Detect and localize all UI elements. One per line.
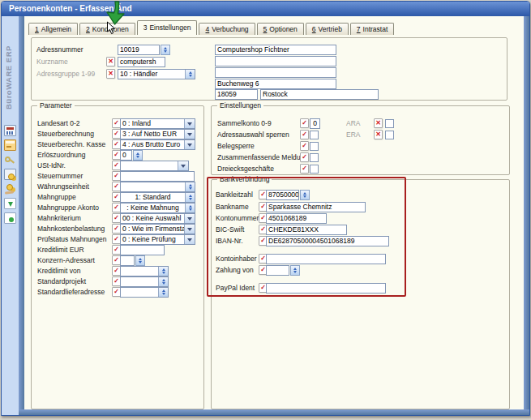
einstellungen-checkbox[interactable] <box>385 131 394 139</box>
spinner-button[interactable] <box>161 45 170 55</box>
dropdown-button[interactable] <box>184 225 195 234</box>
parameter-input[interactable] <box>120 266 169 276</box>
key-icon[interactable] <box>4 154 16 165</box>
tab-einstellungen[interactable]: 3Einstellungen <box>137 20 198 35</box>
einstellungen-input[interactable]: 0 <box>310 118 320 129</box>
field-value <box>121 246 164 255</box>
address-label: Kurzname <box>36 57 68 67</box>
parameter-input[interactable] <box>120 182 195 192</box>
clear-icon[interactable]: ✕ <box>374 118 383 128</box>
calculator-icon[interactable] <box>4 125 16 136</box>
spinner-button[interactable] <box>185 204 195 212</box>
spin-up-icon <box>162 288 165 292</box>
spinner-button[interactable] <box>185 193 195 202</box>
window-titlebar[interactable]: Personenkonten - Erfassen/Änd <box>2 2 529 16</box>
edit-check-icon[interactable]: ✓ <box>300 118 309 128</box>
address-input[interactable]: 10 : Händler <box>118 69 195 79</box>
parameter-input[interactable] <box>120 171 195 182</box>
tab-vertrieb[interactable]: 6Vertrieb <box>306 23 349 35</box>
parameter-input[interactable] <box>120 276 169 287</box>
field-value <box>121 172 194 181</box>
einstellungen-checkbox[interactable] <box>310 153 319 162</box>
tab-intrastat[interactable]: 7Intrastat <box>350 23 394 35</box>
parameter-dropdown[interactable]: 0 : Wie im Firmenstamm eing <box>120 224 195 234</box>
address-input[interactable]: computersh <box>118 57 165 67</box>
screen: Personenkonten - Erfassen/Änd BüroWARE E… <box>0 0 531 420</box>
dropdown-button[interactable] <box>184 119 195 128</box>
spin-up-icon <box>162 267 165 271</box>
name1-field[interactable]: Computershop Fichtner <box>215 45 336 55</box>
spinner-button[interactable] <box>158 288 168 297</box>
parameter-group-title: Parameter <box>37 101 75 110</box>
field-value: 0 : Inland <box>121 119 184 128</box>
zip-field[interactable]: 18059 <box>215 89 258 100</box>
clear-icon[interactable]: ✕ <box>374 130 383 139</box>
parameter-dropdown[interactable]: 0 : Keine Prüfung <box>120 234 195 245</box>
field-value: 10 : Händler <box>118 70 185 79</box>
parameter-label: Mahnkriterium <box>37 213 81 224</box>
spinner-button[interactable] <box>185 182 195 191</box>
cash-register-icon[interactable] <box>4 169 16 180</box>
clear-icon[interactable]: ✕ <box>106 69 115 79</box>
parameter-label: Mahnkostenbelastung <box>37 224 105 234</box>
edit-check-icon[interactable]: ✓ <box>300 152 309 162</box>
dropdown-button[interactable] <box>184 214 195 223</box>
parameter-dropdown[interactable]: 00 : Keine Auswahl <box>120 213 195 224</box>
parameter-input[interactable] <box>120 287 169 298</box>
tab-allgemein[interactable]: 1Allgemein <box>28 23 78 35</box>
edit-check-icon[interactable]: ✓ <box>300 141 309 151</box>
spin-up-icon <box>162 277 165 281</box>
parameter-dropdown[interactable]: 3 : Auf Netto EUR <box>120 129 195 139</box>
einstellungen-group: Einstellungen Sammelkonto 0-9✓0Adressaus… <box>211 105 510 175</box>
parameter-dropdown[interactable]: 4 : Aus Brutto Euro <box>120 139 195 150</box>
dropdown-button[interactable] <box>184 130 195 139</box>
parameter-input[interactable]: 0 <box>120 150 132 161</box>
spinner-button[interactable] <box>158 267 168 276</box>
parameter-input[interactable] <box>120 245 165 255</box>
parameter-label: Konzern-Adressart <box>37 255 95 266</box>
page-export-icon[interactable] <box>4 198 16 209</box>
page-new-icon[interactable] <box>4 212 16 224</box>
parameter-label: Steuerberechn. Kasse <box>37 139 105 150</box>
form-editor-icon[interactable] <box>4 139 16 151</box>
edit-check-icon[interactable]: ✓ <box>300 130 309 139</box>
einstellungen-checkbox[interactable] <box>310 142 319 151</box>
clear-icon[interactable]: ✕ <box>106 57 115 66</box>
right-accent-bar <box>524 16 529 415</box>
parameter-input[interactable]: : Keine Mahnung <box>120 203 195 213</box>
parameter-input[interactable]: 1: Standard <box>120 192 195 203</box>
parameter-dropdown[interactable]: 0 : Inland <box>120 118 195 129</box>
parameter-dropdown[interactable] <box>120 161 189 171</box>
einstellungen-checkbox[interactable] <box>310 165 319 174</box>
spinner-button[interactable] <box>185 70 195 79</box>
tab-label: Intrastat <box>363 25 388 33</box>
tab-verbuchung[interactable]: 4Verbuchung <box>199 23 255 35</box>
field-value: 0 : Wie im Firmenstamm eing <box>121 225 184 234</box>
city-field[interactable]: Rostock <box>260 89 379 100</box>
address-input[interactable]: 10019 <box>118 45 160 55</box>
street-field[interactable]: Buchenweg 6 <box>215 79 336 89</box>
tab-optionen[interactable]: 5Optionen <box>257 23 304 35</box>
einstellungen-checkbox[interactable] <box>310 131 319 139</box>
caret-down-icon <box>187 144 192 149</box>
spinner-button[interactable] <box>158 277 168 286</box>
payment-coins-icon[interactable] <box>4 183 16 195</box>
field-value: 10019 <box>118 45 159 54</box>
parameter-group: Parameter Landesart 0-2✓0 : InlandSteuer… <box>31 105 204 409</box>
address-panel: Adressnummer10019Kurzname✕computershAdre… <box>31 37 507 101</box>
name2-field[interactable] <box>215 56 336 66</box>
einstellungen-checkbox[interactable] <box>385 119 394 128</box>
dropdown-button[interactable] <box>178 161 188 170</box>
einstellungen-label: Sammelkonto 0-9 <box>217 118 272 129</box>
tab-label: Vertrieb <box>319 25 342 33</box>
name3-field[interactable] <box>215 67 336 78</box>
dropdown-button[interactable] <box>184 235 195 244</box>
spin-up-icon <box>189 204 192 208</box>
spinner-button[interactable] <box>133 150 143 161</box>
spinner-button[interactable] <box>135 255 145 266</box>
spin-down-icon <box>189 187 192 191</box>
dropdown-button[interactable] <box>184 140 195 149</box>
edit-check-icon[interactable]: ✓ <box>300 164 309 174</box>
parameter-input[interactable] <box>120 255 135 266</box>
sidebar: BüroWARE ERP <box>2 16 19 415</box>
